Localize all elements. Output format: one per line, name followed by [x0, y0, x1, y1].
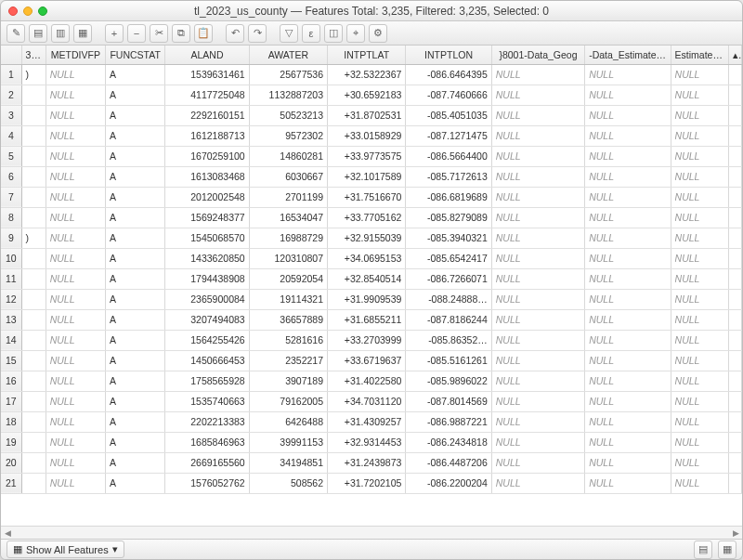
redo-button[interactable]: ↷	[248, 24, 267, 43]
row-number[interactable]: 1	[1, 64, 21, 85]
cell-metdivfp[interactable]: NULL	[46, 248, 105, 268]
cell-intptlat[interactable]: +33.0158929	[328, 125, 406, 146]
cell-geog[interactable]: NULL	[491, 452, 584, 473]
cell-metdivfp[interactable]: NULL	[46, 105, 105, 125]
row-number[interactable]: 20	[1, 452, 21, 473]
cell-geog[interactable]: NULL	[491, 289, 584, 309]
cell-awater[interactable]: 39991153	[249, 432, 327, 452]
cell-funcstat[interactable]: A	[105, 125, 164, 146]
cell-funcstat[interactable]: A	[105, 473, 164, 493]
cell-funcstat[interactable]: A	[105, 248, 164, 268]
cell-intptlat[interactable]: +31.6855211	[328, 309, 406, 330]
cell-metdivfp[interactable]: NULL	[46, 166, 105, 187]
cell-aland[interactable]: 2202213383	[165, 411, 249, 432]
cell-awater[interactable]: 6426488	[249, 411, 327, 432]
cell-aland[interactable]: 3207494083	[165, 309, 249, 330]
cell-intptlon[interactable]: -085.6542417	[406, 248, 491, 268]
table-row[interactable]: 3NULLA229216015150523213+31.8702531-085.…	[1, 105, 742, 125]
cell-intptlon[interactable]: -085.5161261	[406, 350, 491, 371]
undo-button[interactable]: ↶	[226, 24, 244, 43]
cell-funcstat[interactable]: A	[105, 391, 164, 411]
cell-funcstat[interactable]: A	[105, 452, 164, 473]
cell-estimate[interactable]: NULL	[585, 309, 671, 330]
new-button[interactable]: ▥	[51, 24, 70, 43]
cell-estimate[interactable]: NULL	[585, 146, 671, 166]
column-header[interactable]: -Data_Estimate!!In	[585, 46, 671, 64]
cell-final[interactable]: NULL	[671, 411, 728, 432]
cell-metdivfp[interactable]: NULL	[46, 309, 105, 330]
row-number[interactable]: 19	[1, 432, 21, 452]
cell-aland[interactable]: 1535740663	[165, 391, 249, 411]
cell-intptlon[interactable]: -086.9887221	[406, 411, 491, 432]
cell-estimate[interactable]: NULL	[585, 187, 671, 207]
cell-metdivfp[interactable]: NULL	[46, 289, 105, 309]
cell-final[interactable]: NULL	[671, 105, 728, 125]
toggle-edit-button[interactable]: ✎	[7, 24, 25, 43]
cell-metdivfp[interactable]: NULL	[46, 432, 105, 452]
table-row[interactable]: 16NULLA17585659283907189+31.4022580-085.…	[1, 371, 742, 391]
cell-intptlon[interactable]: -085.7172613	[406, 166, 491, 187]
cell-aland[interactable]: 1569248377	[165, 207, 249, 228]
cell-intptlat[interactable]: +31.4309257	[328, 411, 406, 432]
cell-awater[interactable]: 50523213	[249, 105, 327, 125]
remove-feature-button[interactable]: −	[127, 24, 146, 43]
cell-bsafp[interactable]	[21, 268, 46, 289]
cell-metdivfp[interactable]: NULL	[46, 146, 105, 166]
cell-bsafp[interactable]	[21, 432, 46, 452]
table-row[interactable]: 4NULLA16121887139572302+33.0158929-087.1…	[1, 125, 742, 146]
cell-estimate[interactable]: NULL	[585, 452, 671, 473]
cell-funcstat[interactable]: A	[105, 207, 164, 228]
cell-estimate[interactable]: NULL	[585, 391, 671, 411]
table-row[interactable]: 1)NULLA153963146125677536+32.5322367-086…	[1, 64, 742, 85]
column-header[interactable]: 3SAFP	[21, 46, 46, 64]
cell-aland[interactable]: 1613083468	[165, 166, 249, 187]
expression-button[interactable]: ε	[302, 24, 320, 43]
delete-button[interactable]: ▦	[73, 24, 92, 43]
cell-metdivfp[interactable]: NULL	[46, 371, 105, 391]
cell-funcstat[interactable]: A	[105, 166, 164, 187]
column-header[interactable]: FUNCSTAT	[105, 46, 164, 64]
cell-bsafp[interactable]: )	[21, 228, 46, 248]
column-header[interactable]: INTPTLAT	[328, 46, 406, 64]
cell-bsafp[interactable]	[21, 248, 46, 268]
cell-geog[interactable]: NULL	[491, 166, 584, 187]
cell-geog[interactable]: NULL	[491, 64, 584, 85]
paste-button[interactable]: 📋	[194, 24, 213, 43]
cell-estimate[interactable]: NULL	[585, 330, 671, 350]
row-number[interactable]: 8	[1, 207, 21, 228]
column-header[interactable]: INTPTLON	[406, 46, 491, 64]
cell-intptlat[interactable]: +33.6719637	[328, 350, 406, 371]
cell-geog[interactable]: NULL	[491, 207, 584, 228]
cell-intptlon[interactable]: -087.8186244	[406, 309, 491, 330]
form-view-button[interactable]: ▤	[694, 540, 712, 559]
cell-metdivfp[interactable]: NULL	[46, 85, 105, 105]
cell-intptlon[interactable]: -087.1271475	[406, 125, 491, 146]
cell-final[interactable]: NULL	[671, 350, 728, 371]
cell-bsafp[interactable]	[21, 207, 46, 228]
cell-intptlon[interactable]: -085.9896022	[406, 371, 491, 391]
cell-awater[interactable]: 5281616	[249, 330, 327, 350]
cell-bsafp[interactable]	[21, 350, 46, 371]
cell-funcstat[interactable]: A	[105, 371, 164, 391]
cell-intptlat[interactable]: +31.2439873	[328, 452, 406, 473]
cell-funcstat[interactable]: A	[105, 228, 164, 248]
table-row[interactable]: 9)NULLA154506857016988729+32.9155039-085…	[1, 228, 742, 248]
row-number[interactable]: 5	[1, 146, 21, 166]
cell-estimate[interactable]: NULL	[585, 105, 671, 125]
row-number[interactable]: 13	[1, 309, 21, 330]
cell-intptlat[interactable]: +33.2703999	[328, 330, 406, 350]
cell-final[interactable]: NULL	[671, 146, 728, 166]
cell-geog[interactable]: NULL	[491, 228, 584, 248]
cell-metdivfp[interactable]: NULL	[46, 330, 105, 350]
show-all-features-button[interactable]: ▦ Show All Features ▾	[7, 540, 124, 558]
cell-bsafp[interactable]	[21, 309, 46, 330]
cell-awater[interactable]: 20592054	[249, 268, 327, 289]
cell-estimate[interactable]: NULL	[585, 64, 671, 85]
cell-aland[interactable]: 1450666453	[165, 350, 249, 371]
cell-funcstat[interactable]: A	[105, 64, 164, 85]
cell-awater[interactable]: 19114321	[249, 289, 327, 309]
cell-intptlon[interactable]: -086.4487206	[406, 452, 491, 473]
cell-funcstat[interactable]: A	[105, 432, 164, 452]
table-row[interactable]: 12NULLA236590008419114321+31.9909539-088…	[1, 289, 742, 309]
cell-intptlat[interactable]: +34.0695153	[328, 248, 406, 268]
